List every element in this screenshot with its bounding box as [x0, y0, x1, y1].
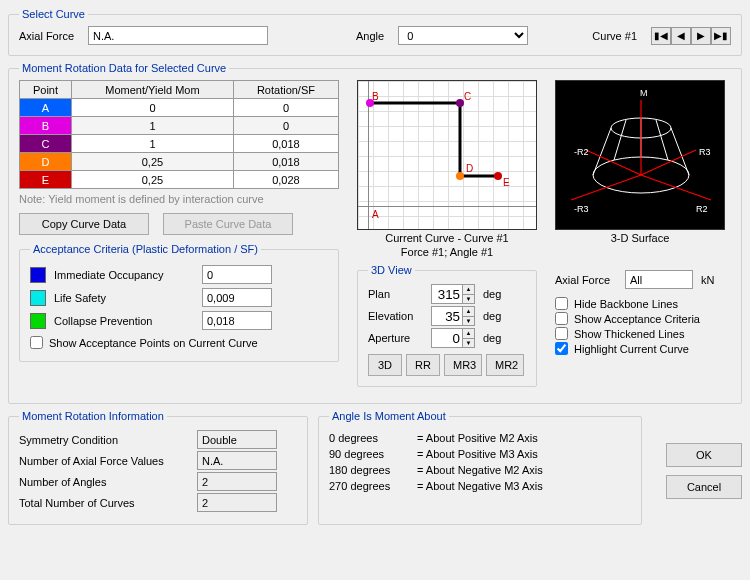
moment-rotation-info-legend: Moment Rotation Information: [19, 410, 167, 422]
cell-point: E: [20, 171, 72, 189]
axial-force-3d-input[interactable]: [625, 270, 693, 289]
num-curves-value: [197, 493, 277, 512]
num-angles-value: [197, 472, 277, 491]
svg-text:-R3: -R3: [574, 204, 589, 214]
angle-deg: 180 degrees: [329, 464, 409, 476]
highlight-current-checkbox[interactable]: [555, 342, 568, 355]
plan-down[interactable]: ▼: [462, 294, 474, 304]
svg-line-8: [614, 120, 626, 160]
copy-curve-data-button[interactable]: Copy Curve Data: [19, 213, 149, 235]
yield-moment-note: Note: Yield moment is defined by interac…: [19, 193, 339, 205]
axial-force-label: Axial Force: [19, 30, 74, 42]
acceptance-label: Life Safety: [54, 292, 194, 304]
axial-force-3d-label: Axial Force: [555, 274, 617, 286]
paste-curve-data-button: Paste Curve Data: [163, 213, 293, 235]
select-curve-fieldset: Select Curve Axial Force Angle 0 Curve #…: [8, 8, 742, 56]
svg-text:M: M: [640, 88, 648, 98]
elev-up[interactable]: ▲: [462, 307, 474, 316]
show-acceptance-label: Show Acceptance Criteria: [574, 313, 700, 325]
aper-down[interactable]: ▼: [462, 338, 474, 348]
show-thickened-checkbox[interactable]: [555, 327, 568, 340]
angle-legend-legend: Angle Is Moment About: [329, 410, 449, 422]
angle-row: 0 degrees = About Positive M2 Axis: [329, 432, 631, 444]
acceptance-criteria-legend: Acceptance Criteria (Plastic Deformation…: [30, 243, 261, 255]
acceptance-row: Collapse Prevention: [30, 311, 328, 330]
angle-row: 90 degrees = About Positive M3 Axis: [329, 448, 631, 460]
ok-button[interactable]: OK: [666, 443, 742, 467]
select-curve-legend: Select Curve: [19, 8, 88, 20]
curve-prev-button[interactable]: ◀: [671, 27, 691, 45]
plan-label: Plan: [368, 288, 423, 300]
acceptance-value-input[interactable]: [202, 311, 272, 330]
acceptance-row: Immediate Occupancy: [30, 265, 328, 284]
angle-deg: 0 degrees: [329, 432, 409, 444]
svg-line-6: [593, 128, 611, 175]
current-curve-caption-2: Force #1; Angle #1: [357, 246, 537, 258]
color-swatch: [30, 313, 46, 329]
table-row[interactable]: E 0,25 0,028: [20, 171, 339, 189]
cell-point: B: [20, 117, 72, 135]
curve-first-button[interactable]: ▮◀: [651, 27, 671, 45]
view-mr2-button[interactable]: MR2: [486, 354, 524, 376]
svg-point-3: [494, 172, 502, 180]
aperture-label: Aperture: [368, 332, 423, 344]
svg-line-9: [656, 120, 668, 160]
kn-label: kN: [701, 274, 714, 286]
cell-rotation: 0,018: [233, 153, 338, 171]
aper-up[interactable]: ▲: [462, 329, 474, 338]
curve-last-button[interactable]: ▶▮: [711, 27, 731, 45]
view-3d-legend: 3D View: [368, 264, 415, 276]
num-curves-label: Total Number of Curves: [19, 497, 189, 509]
curve-next-button[interactable]: ▶: [691, 27, 711, 45]
svg-line-12: [641, 175, 711, 200]
num-axial-label: Number of Axial Force Values: [19, 455, 189, 467]
axial-force-input[interactable]: [88, 26, 268, 45]
hide-backbone-label: Hide Backbone Lines: [574, 298, 678, 310]
svg-line-13: [571, 175, 641, 200]
show-thickened-label: Show Thickened Lines: [574, 328, 684, 340]
plan-input[interactable]: [432, 285, 462, 303]
acceptance-value-input[interactable]: [202, 265, 272, 284]
cell-point: C: [20, 135, 72, 153]
cell-moment: 0,25: [72, 171, 234, 189]
angle-desc: = About Negative M2 Axis: [417, 464, 543, 476]
moment-rotation-data-fieldset: Moment Rotation Data for Selected Curve …: [8, 62, 742, 404]
moment-rotation-data-legend: Moment Rotation Data for Selected Curve: [19, 62, 229, 74]
svg-point-1: [456, 99, 464, 107]
view-mr3-button[interactable]: MR3: [444, 354, 482, 376]
cell-point: D: [20, 153, 72, 171]
table-row[interactable]: A 0 0: [20, 99, 339, 117]
elev-down[interactable]: ▼: [462, 316, 474, 326]
show-acceptance-checkbox[interactable]: [555, 312, 568, 325]
angle-label: Angle: [356, 30, 384, 42]
hide-backbone-checkbox[interactable]: [555, 297, 568, 310]
view-rr-button[interactable]: RR: [406, 354, 440, 376]
elevation-input[interactable]: [432, 307, 462, 325]
aper-deg: deg: [483, 332, 501, 344]
show-acceptance-points-label: Show Acceptance Points on Current Curve: [49, 337, 258, 349]
cell-rotation: 0,018: [233, 135, 338, 153]
aperture-input[interactable]: [432, 329, 462, 347]
elevation-label: Elevation: [368, 310, 423, 322]
svg-point-0: [366, 99, 374, 107]
angle-select[interactable]: 0: [398, 26, 528, 45]
table-row[interactable]: D 0,25 0,018: [20, 153, 339, 171]
surface-caption: 3-D Surface: [555, 232, 725, 244]
show-acceptance-points-checkbox[interactable]: [30, 336, 43, 349]
svg-text:-R2: -R2: [574, 147, 589, 157]
color-swatch: [30, 290, 46, 306]
table-row[interactable]: C 1 0,018: [20, 135, 339, 153]
view-3d-fieldset: 3D View Plan ▲▼ deg Elevation ▲▼ deg Ape…: [357, 264, 537, 387]
angle-desc: = About Negative M3 Axis: [417, 480, 543, 492]
table-row[interactable]: B 1 0: [20, 117, 339, 135]
cell-rotation: 0: [233, 99, 338, 117]
plan-deg: deg: [483, 288, 501, 300]
plan-up[interactable]: ▲: [462, 285, 474, 294]
curve-data-table[interactable]: Point Moment/Yield Mom Rotation/SF A 0 0…: [19, 80, 339, 189]
cancel-button[interactable]: Cancel: [666, 475, 742, 499]
col-moment: Moment/Yield Mom: [72, 81, 234, 99]
acceptance-value-input[interactable]: [202, 288, 272, 307]
angle-desc: = About Positive M2 Axis: [417, 432, 538, 444]
view-3d-button[interactable]: 3D: [368, 354, 402, 376]
angle-row: 270 degrees = About Negative M3 Axis: [329, 480, 631, 492]
